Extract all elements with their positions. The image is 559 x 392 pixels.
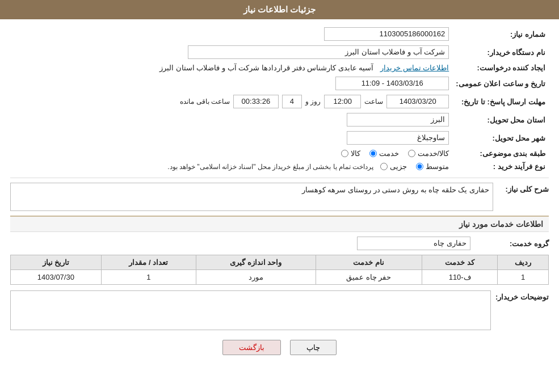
city-label: شهر محل تحویل: (452, 129, 549, 147)
classification-service-radio[interactable] (369, 150, 377, 157)
buyer-notes-row: توضیحات خریدار: (10, 290, 549, 332)
services-table-body: 1 ف-110 حفر چاه عمیق مورد 1 1403/07/30 (11, 270, 549, 285)
row-need-number: شماره نیاز: 1103005186000162 (10, 25, 549, 43)
procurement-radio-group: متوسط جزیی (380, 162, 449, 171)
separator-1 (10, 178, 549, 178)
deadline-remain-label: ساعت باقی مانده (180, 98, 230, 106)
row-announce: تاریخ و ساعت اعلان عمومی: 1403/03/16 - 1… (10, 74, 549, 92)
deadline-time-input: 12:00 (324, 95, 361, 108)
services-table-header-row: ردیف کد خدمت نام خدمت واحد اندازه گیری ت… (11, 255, 549, 270)
need-number-input: 1103005186000162 (324, 27, 449, 41)
buyer-notes-textarea[interactable] (10, 290, 491, 330)
services-table-head: ردیف کد خدمت نام خدمت واحد اندازه گیری ت… (11, 255, 549, 270)
description-label: شرح کلی نیاز: (498, 183, 549, 193)
cell-date: 1403/07/30 (11, 270, 102, 285)
row-buyer-org: نام دستگاه خریدار: شرکت آب و فاضلاب استا… (10, 43, 549, 61)
procurement-partial-radio[interactable] (380, 163, 388, 170)
deadline-time-label: ساعت (364, 98, 383, 106)
classification-goods-label: کالا (351, 149, 360, 158)
need-number-value: 1103005186000162 (32, 25, 452, 43)
announce-input: 1403/03/16 - 11:09 (335, 77, 449, 90)
services-table: ردیف کد خدمت نام خدمت واحد اندازه گیری ت… (10, 255, 549, 285)
province-label: استان محل تحویل: (452, 111, 549, 129)
procurement-row-flex: متوسط جزیی پرداخت تمام یا بخشی از مبلغ خ… (14, 162, 449, 171)
classification-radio-group: کالا/خدمت خدمت کالا (14, 149, 449, 158)
cell-name: حفر چاه عمیق (316, 270, 422, 285)
col-row: ردیف (498, 255, 549, 270)
back-button[interactable]: بازگشت (222, 340, 281, 355)
announce-label: تاریخ و ساعت اعلان عمومی: (452, 74, 549, 92)
table-row: 1 ف-110 حفر چاه عمیق مورد 1 1403/07/30 (11, 270, 549, 285)
deadline-remain-input: 00:33:26 (233, 95, 279, 108)
city-input: ساوجبلاغ (347, 131, 449, 145)
description-value: حفاری یک حلقه چاه به روش دستی در روستای … (10, 183, 493, 211)
deadline-days-label: روز و (305, 98, 321, 106)
col-name: نام خدمت (316, 255, 422, 270)
creator-label: ایجاد کننده درخواست: (452, 61, 549, 74)
classification-radio-service[interactable]: خدمت (369, 149, 399, 158)
services-section-header: اطلاعات خدمات مورد نیاز (10, 216, 549, 232)
row-procurement: نوع فرآیند خرید : متوسط جزیی (10, 160, 549, 173)
procurement-label: نوع فرآیند خرید : (452, 160, 549, 173)
description-row: شرح کلی نیاز: حفاری یک حلقه چاه به روش د… (10, 183, 549, 211)
procurement-radio-partial[interactable]: جزیی (380, 162, 407, 171)
row-city: شهر محل تحویل: ساوجبلاغ (10, 129, 549, 147)
button-row: چاپ بازگشت (10, 340, 549, 355)
cell-unit: مورد (196, 270, 316, 285)
procurement-note: پرداخت تمام یا بخشی از مبلغ خریداز محل "… (167, 163, 373, 171)
row-creator: ایجاد کننده درخواست: اطلاعات تماس خریدار… (10, 61, 549, 74)
page-header: جزئیات اطلاعات نیاز (0, 0, 559, 19)
creator-text: آسیه عابدی کارشناس دفتر قراردادها شرکت آ… (159, 64, 373, 72)
classification-label: طبقه بندی موضوعی: (452, 147, 549, 160)
deadline-label: مهلت ارسال پاسخ: تا تاریخ: (452, 92, 549, 111)
row-classification: طبقه بندی موضوعی: کالا/خدمت خدمت کالا (10, 147, 549, 160)
group-label: گروه خدمت: (475, 239, 549, 248)
row-province: استان محل تحویل: البرز (10, 111, 549, 129)
col-code: کد خدمت (422, 255, 498, 270)
procurement-row: متوسط جزیی پرداخت تمام یا بخشی از مبلغ خ… (10, 160, 452, 173)
group-service-row: گروه خدمت: حفاری چاه (10, 237, 549, 250)
procurement-medium-label: متوسط (426, 162, 449, 171)
contact-link[interactable]: اطلاعات تماس خریدار (380, 64, 449, 72)
classification-both-label: کالا/خدمت (418, 149, 449, 158)
page-title: جزئیات اطلاعات نیاز (243, 5, 316, 14)
cell-qty: 1 (101, 270, 196, 285)
buyer-notes-label: توضیحات خریدار: (495, 290, 549, 301)
description-text: حفاری یک حلقه چاه به روش دستی در روستای … (302, 186, 489, 194)
classification-both-radio[interactable] (408, 150, 415, 157)
procurement-partial-label: جزیی (390, 162, 407, 171)
info-table: شماره نیاز: 1103005186000162 نام دستگاه … (10, 25, 549, 173)
province-input: البرز (347, 113, 449, 127)
page-wrapper: جزئیات اطلاعات نیاز شماره نیاز: 11030051… (0, 0, 559, 392)
col-unit: واحد اندازه گیری (196, 255, 316, 270)
buyer-org-value: شرکت آب و فاضلاب استان البرز (10, 43, 452, 61)
classification-radio-goods[interactable]: کالا (341, 149, 360, 158)
creator-value: اطلاعات تماس خریدار آسیه عابدی کارشناس د… (10, 61, 452, 74)
col-date: تاریخ نیاز (11, 255, 102, 270)
procurement-medium-radio[interactable] (416, 163, 423, 170)
procurement-radio-medium[interactable]: متوسط (416, 162, 449, 171)
content-area: شماره نیاز: 1103005186000162 نام دستگاه … (0, 19, 559, 369)
need-number-label: شماره نیاز: (452, 25, 549, 43)
deadline-row: 1403/03/20 ساعت 12:00 روز و 4 00:33:26 س… (14, 95, 449, 108)
row-deadline: مهلت ارسال پاسخ: تا تاریخ: 1403/03/20 سا… (10, 92, 549, 111)
city-value: ساوجبلاغ (10, 129, 452, 147)
print-button[interactable]: چاپ (290, 340, 337, 355)
deadline-value: 1403/03/20 ساعت 12:00 روز و 4 00:33:26 س… (10, 92, 452, 111)
classification-service-label: خدمت (379, 149, 399, 158)
deadline-date-input: 1403/03/20 (386, 95, 449, 108)
buyer-org-input: شرکت آب و فاضلاب استان البرز (188, 45, 449, 59)
cell-code: ف-110 (422, 270, 498, 285)
buyer-org-label: نام دستگاه خریدار: (452, 43, 549, 61)
group-value: حفاری چاه (357, 237, 470, 250)
classification-goods-radio[interactable] (341, 150, 348, 157)
cell-row: 1 (498, 270, 549, 285)
buyer-notes-box (10, 290, 491, 332)
announce-value: 1403/03/16 - 11:09 (10, 74, 452, 92)
deadline-days-input: 4 (282, 95, 302, 108)
province-value: البرز (10, 111, 452, 129)
col-qty: تعداد / مقدار (101, 255, 196, 270)
classification-options: کالا/خدمت خدمت کالا (10, 147, 452, 160)
classification-radio-both[interactable]: کالا/خدمت (408, 149, 449, 158)
